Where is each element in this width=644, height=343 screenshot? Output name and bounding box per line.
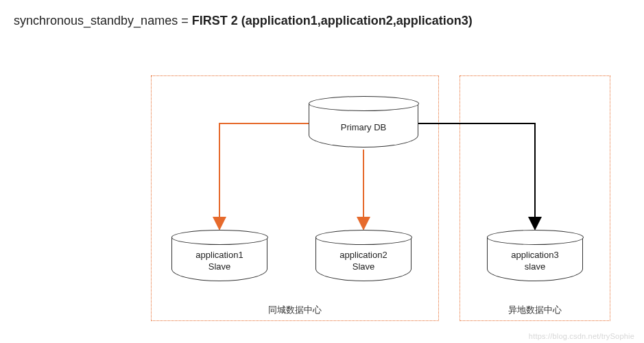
slave-app3-node: application3 slave: [487, 237, 583, 281]
slave-app1-role: Slave: [208, 261, 231, 273]
slave-app2-role: Slave: [353, 261, 375, 273]
slave-app2-name: application2: [339, 250, 387, 261]
slave-app3-role: slave: [525, 261, 545, 273]
remote-datacenter-region: 异地数据中心: [460, 75, 610, 321]
config-heading: synchronous_standby_names = FIRST 2 (app…: [14, 14, 473, 28]
config-value: FIRST 2 (application1,application2,appli…: [192, 14, 473, 27]
primary-db-label: Primary DB: [341, 122, 386, 134]
config-param: synchronous_standby_names =: [14, 14, 192, 27]
remote-dc-label: 异地数据中心: [460, 304, 610, 316]
slave-app1-node: application1 Slave: [171, 237, 267, 281]
watermark-text: https://blog.csdn.net/trySophie: [529, 332, 634, 340]
slave-app1-name: application1: [195, 250, 243, 261]
local-dc-label: 同城数据中心: [152, 304, 438, 316]
diagram-canvas: 同城数据中心 异地数据中心 Primary DB application1 Sl…: [151, 75, 617, 322]
slave-app3-name: application3: [511, 250, 558, 261]
primary-db-node: Primary DB: [309, 103, 418, 147]
slave-app2-node: application2 Slave: [315, 237, 412, 281]
